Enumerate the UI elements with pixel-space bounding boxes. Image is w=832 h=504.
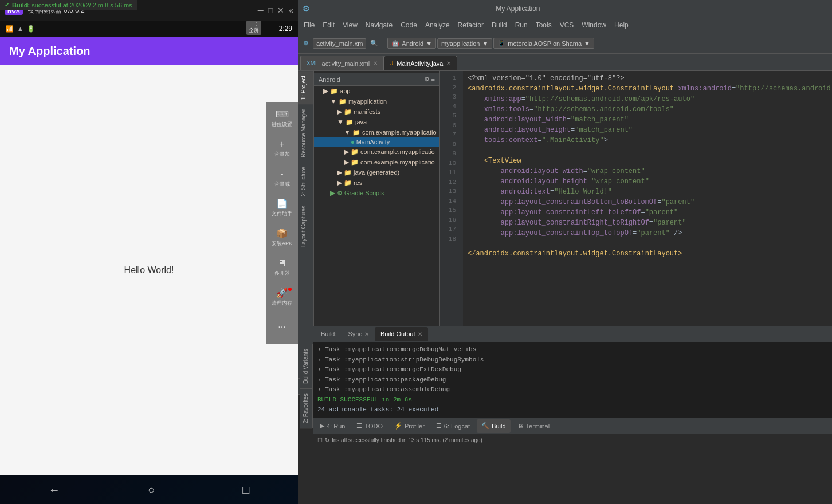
com-example-2-label: 📁 com.example.myapplicatio: [351, 148, 435, 156]
tree-item-res[interactable]: ▶ 📁 res: [314, 178, 439, 188]
nox-minimize-icon[interactable]: ─: [258, 6, 264, 15]
tree-item-java-generated[interactable]: ▶ 📁 java (generated): [314, 167, 439, 178]
apk-icon: 📦: [276, 228, 288, 239]
footer-profiler[interactable]: ⚡ Profiler: [390, 419, 429, 433]
strip-build-variants[interactable]: Build Variants: [300, 344, 312, 389]
file-icon: 📄: [276, 198, 288, 209]
footer-build[interactable]: 🔨 Build: [477, 419, 510, 433]
more-icon: ···: [278, 322, 285, 332]
device-icon: 📱: [497, 40, 505, 47]
multi-icon: 🖥: [277, 258, 287, 269]
menu-vcs[interactable]: VCS: [556, 20, 578, 30]
build-label-text: Build:: [321, 330, 337, 337]
install-text: Install successfully finished in 13 s 11…: [332, 437, 482, 443]
ide-footer-tabs: ▶ 4: Run ☰ TODO ⚡ Profiler ☰ 6: Logcat: [313, 418, 832, 434]
clean-label: 清理内存: [272, 300, 292, 307]
java-folder-icon: ▼: [337, 118, 344, 126]
tree-item-gradle[interactable]: ▶ ⚙ Gradle Scripts: [314, 188, 439, 198]
clean-icon: 🚀: [276, 288, 288, 298]
tab-activity-main-xml[interactable]: XML activity_main.xml ✕: [300, 56, 384, 70]
xml-tab-close[interactable]: ✕: [373, 60, 378, 66]
build-output-content: › Task :myapplication:mergeDebugNativeLi…: [313, 342, 832, 418]
bottom-tab-build-output[interactable]: Build Output ✕: [375, 327, 428, 341]
nox-fullscreen-button[interactable]: ⛶ 全屏: [246, 21, 261, 35]
nox-file-btn[interactable]: 📄 文件助手: [268, 194, 296, 222]
nox-volume-down-btn[interactable]: - 音量减: [268, 164, 296, 192]
nox-clean-btn[interactable]: 🚀 清理内存: [268, 283, 296, 312]
menu-navigate[interactable]: Navigate: [362, 20, 396, 30]
strip-project[interactable]: 1: Project: [298, 71, 313, 104]
tab-mainactivity-java[interactable]: J MainActivity.java ✕: [384, 56, 457, 70]
volume-down-icon: -: [280, 169, 283, 179]
mainactivity-label: MainActivity: [356, 139, 390, 145]
nox-keyboard-btn[interactable]: ⌨ 键位设置: [268, 104, 296, 133]
java-tab-icon: J: [390, 60, 393, 66]
menu-edit[interactable]: Edit: [319, 20, 338, 30]
xml-tab-label: activity_main.xml: [322, 60, 370, 67]
tree-item-com-example[interactable]: ▼ 📁 com.example.myapplicatio: [314, 127, 439, 137]
nox-apk-btn[interactable]: 📦 安装APK: [268, 223, 296, 252]
strip-resource-manager[interactable]: Resource Manager: [298, 104, 313, 162]
java-tab-close[interactable]: ✕: [446, 60, 451, 66]
strip-layout-captures[interactable]: Layout Captures: [298, 201, 313, 252]
toolbar-file-tab[interactable]: activity_main.xm: [313, 38, 366, 49]
nox-more-btn[interactable]: ···: [268, 313, 296, 341]
profiler-label: Profiler: [405, 423, 425, 430]
menu-help[interactable]: Help: [611, 20, 632, 30]
volume-up-label: 音量加: [274, 151, 290, 158]
nox-recent-btn[interactable]: □: [242, 483, 249, 497]
com-folder-2-icon: ▶: [344, 148, 349, 156]
build-output-label: Build Output: [380, 330, 415, 337]
tree-item-mainactivity[interactable]: ● MainActivity: [314, 137, 439, 147]
tree-item-myapplication[interactable]: ▼ 📁 myapplication: [314, 96, 439, 107]
tree-header: Android ⚙ ≡: [314, 73, 439, 86]
tree-item-com-example-2[interactable]: ▶ 📁 com.example.myapplicatio: [314, 147, 439, 157]
menu-file[interactable]: File: [300, 20, 318, 30]
ide-titlebar: ⚙ My Application ─ □ ✕: [298, 0, 832, 17]
java-label: 📁 java: [346, 119, 367, 126]
toolbar-app-dropdown[interactable]: myapplication ▼: [437, 38, 492, 49]
nox-home-btn[interactable]: ○: [148, 483, 155, 497]
strip-structure[interactable]: 2: Structure: [298, 162, 313, 201]
toolbar-android-dropdown[interactable]: 🤖 Android ▼: [387, 38, 436, 49]
tree-item-com-example-3[interactable]: ▶ 📁 com.example.myapplicatio: [314, 157, 439, 167]
build-output-close[interactable]: ✕: [418, 331, 422, 337]
menu-analyze[interactable]: Analyze: [422, 20, 453, 30]
nox-collapse-icon[interactable]: «: [289, 6, 293, 15]
nox-volume-up-btn[interactable]: + 音量加: [268, 134, 296, 163]
menu-code[interactable]: Code: [397, 20, 421, 30]
com-example-3-label: 📁 com.example.myapplicatio: [351, 159, 435, 166]
tree-item-manifests[interactable]: ▶ 📁 manifests: [314, 107, 439, 117]
nox-maximize-icon[interactable]: □: [268, 6, 273, 15]
build-variants-strip: Build Variants 2: Favorites: [300, 344, 313, 428]
nox-back-btn[interactable]: ←: [49, 483, 60, 497]
footer-run[interactable]: ▶ 4: Run: [315, 419, 350, 433]
menu-tools[interactable]: Tools: [532, 20, 555, 30]
toolbar-device-dropdown[interactable]: 📱 motorola AOSP on Shama ▼: [493, 38, 594, 49]
footer-todo[interactable]: ☰ TODO: [352, 419, 387, 433]
footer-terminal[interactable]: 🖥 Terminal: [513, 419, 555, 433]
nox-close-icon[interactable]: ✕: [277, 6, 284, 15]
install-status-checkbox: ☐: [317, 437, 323, 443]
tree-item-app[interactable]: ▶ 📁 app: [314, 86, 439, 96]
nox-app-titlebar: My Application: [0, 37, 298, 65]
nox-battery-icon: 🔋: [27, 25, 35, 33]
sync-tab-close[interactable]: ✕: [364, 331, 369, 337]
toolbar-search-icon[interactable]: 🔍: [367, 38, 381, 48]
nox-multi-btn[interactable]: 🖥 多开器: [268, 253, 296, 282]
menu-refactor[interactable]: Refactor: [454, 20, 487, 30]
menu-build[interactable]: Build: [488, 20, 511, 30]
build-actionable-text: 24 actionable tasks: 24 executed: [317, 405, 832, 415]
ide-bottom-panel: Build Variants 2: Favorites Build: Sync …: [298, 378, 832, 504]
footer-logcat[interactable]: ☰ 6: Logcat: [431, 419, 474, 433]
sync-tab-label: Sync: [348, 330, 362, 337]
tree-item-java[interactable]: ▼ 📁 java: [314, 117, 439, 127]
strip-favorites[interactable]: 2: Favorites: [300, 389, 312, 428]
keyboard-label: 键位设置: [272, 121, 292, 128]
menu-window[interactable]: Window: [578, 20, 610, 30]
bottom-tab-sync[interactable]: Sync ✕: [343, 327, 375, 341]
java-gen-label: 📁 java (generated): [344, 169, 399, 176]
manifests-icon: ▶: [337, 108, 342, 116]
menu-view[interactable]: View: [339, 20, 361, 30]
menu-run[interactable]: Run: [512, 20, 531, 30]
